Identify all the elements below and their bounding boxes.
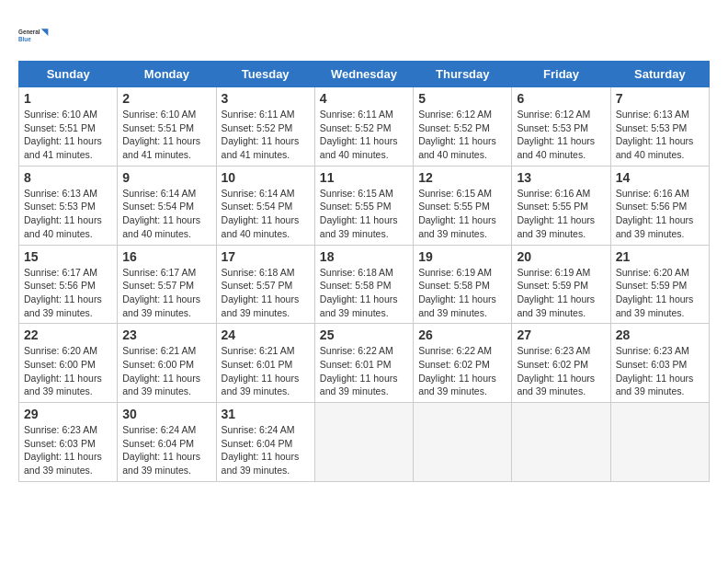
day-info: Sunrise: 6:23 AM Sunset: 6:03 PM Dayligh… [616, 344, 704, 398]
day-number: 23 [122, 327, 210, 342]
calendar-cell [314, 403, 413, 482]
col-header-sunday: Sunday [19, 62, 118, 87]
day-info: Sunrise: 6:15 AM Sunset: 5:55 PM Dayligh… [418, 187, 506, 241]
calendar-cell: 6 Sunrise: 6:12 AM Sunset: 5:53 PM Dayli… [512, 87, 610, 167]
calendar-table: SundayMondayTuesdayWednesdayThursdayFrid… [18, 61, 710, 482]
calendar-cell [610, 403, 709, 482]
day-info: Sunrise: 6:13 AM Sunset: 5:53 PM Dayligh… [24, 187, 112, 241]
calendar-cell: 22 Sunrise: 6:20 AM Sunset: 6:00 PM Dayl… [19, 324, 118, 403]
day-info: Sunrise: 6:16 AM Sunset: 5:55 PM Dayligh… [517, 187, 605, 241]
day-info: Sunrise: 6:19 AM Sunset: 5:59 PM Dayligh… [517, 266, 605, 320]
day-number: 9 [122, 170, 210, 185]
calendar-cell: 9 Sunrise: 6:14 AM Sunset: 5:54 PM Dayli… [118, 166, 216, 245]
day-info: Sunrise: 6:15 AM Sunset: 5:55 PM Dayligh… [320, 187, 408, 241]
day-number: 19 [418, 249, 506, 264]
day-number: 18 [320, 249, 408, 264]
day-number: 27 [517, 327, 605, 342]
calendar-cell: 20 Sunrise: 6:19 AM Sunset: 5:59 PM Dayl… [512, 245, 610, 324]
day-number: 2 [122, 91, 210, 106]
day-number: 12 [418, 170, 506, 185]
day-info: Sunrise: 6:11 AM Sunset: 5:52 PM Dayligh… [320, 108, 408, 162]
day-info: Sunrise: 6:14 AM Sunset: 5:54 PM Dayligh… [122, 187, 210, 241]
svg-text:Blue: Blue [18, 36, 31, 42]
calendar-cell: 28 Sunrise: 6:23 AM Sunset: 6:03 PM Dayl… [610, 324, 709, 403]
calendar-cell: 25 Sunrise: 6:22 AM Sunset: 6:01 PM Dayl… [314, 324, 413, 403]
day-number: 28 [616, 327, 704, 342]
calendar-cell: 4 Sunrise: 6:11 AM Sunset: 5:52 PM Dayli… [314, 87, 413, 167]
day-number: 6 [517, 91, 605, 106]
day-number: 7 [616, 91, 704, 106]
col-header-thursday: Thursday [414, 62, 512, 87]
day-info: Sunrise: 6:16 AM Sunset: 5:56 PM Dayligh… [616, 187, 704, 241]
day-info: Sunrise: 6:17 AM Sunset: 5:56 PM Dayligh… [24, 266, 112, 320]
calendar-cell: 10 Sunrise: 6:14 AM Sunset: 5:54 PM Dayl… [216, 166, 314, 245]
calendar-cell: 17 Sunrise: 6:18 AM Sunset: 5:57 PM Dayl… [216, 245, 314, 324]
calendar-cell: 8 Sunrise: 6:13 AM Sunset: 5:53 PM Dayli… [19, 166, 118, 245]
col-header-saturday: Saturday [610, 62, 709, 87]
col-header-friday: Friday [512, 62, 610, 87]
day-number: 29 [24, 407, 112, 421]
col-header-wednesday: Wednesday [314, 62, 413, 87]
svg-text:General: General [18, 29, 40, 35]
calendar-cell: 3 Sunrise: 6:11 AM Sunset: 5:52 PM Dayli… [216, 87, 314, 167]
day-number: 8 [24, 170, 112, 185]
calendar-cell [512, 403, 610, 482]
calendar-cell: 15 Sunrise: 6:17 AM Sunset: 5:56 PM Dayl… [19, 245, 118, 324]
day-number: 22 [24, 327, 112, 342]
calendar-cell: 29 Sunrise: 6:23 AM Sunset: 6:03 PM Dayl… [19, 403, 118, 482]
day-number: 4 [320, 91, 408, 106]
day-info: Sunrise: 6:22 AM Sunset: 6:01 PM Dayligh… [320, 344, 408, 398]
col-header-tuesday: Tuesday [216, 62, 314, 87]
day-info: Sunrise: 6:17 AM Sunset: 5:57 PM Dayligh… [122, 266, 210, 320]
calendar-cell: 13 Sunrise: 6:16 AM Sunset: 5:55 PM Dayl… [512, 166, 610, 245]
day-number: 13 [517, 170, 605, 185]
day-number: 21 [616, 249, 704, 264]
calendar-cell: 11 Sunrise: 6:15 AM Sunset: 5:55 PM Dayl… [314, 166, 413, 245]
page-header: GeneralBlue [18, 18, 710, 52]
day-number: 15 [24, 249, 112, 264]
day-number: 24 [222, 327, 310, 342]
calendar-cell: 14 Sunrise: 6:16 AM Sunset: 5:56 PM Dayl… [610, 166, 709, 245]
day-info: Sunrise: 6:23 AM Sunset: 6:03 PM Dayligh… [24, 423, 112, 477]
day-info: Sunrise: 6:21 AM Sunset: 6:01 PM Dayligh… [222, 344, 310, 398]
day-info: Sunrise: 6:12 AM Sunset: 5:53 PM Dayligh… [517, 108, 605, 162]
day-number: 16 [122, 249, 210, 264]
calendar-cell: 30 Sunrise: 6:24 AM Sunset: 6:04 PM Dayl… [118, 403, 216, 482]
day-info: Sunrise: 6:10 AM Sunset: 5:51 PM Dayligh… [122, 108, 210, 162]
calendar-cell: 23 Sunrise: 6:21 AM Sunset: 6:00 PM Dayl… [118, 324, 216, 403]
calendar-cell: 26 Sunrise: 6:22 AM Sunset: 6:02 PM Dayl… [414, 324, 512, 403]
calendar-cell [414, 403, 512, 482]
calendar-week-1: 1 Sunrise: 6:10 AM Sunset: 5:51 PM Dayli… [19, 87, 710, 167]
day-info: Sunrise: 6:12 AM Sunset: 5:52 PM Dayligh… [418, 108, 506, 162]
day-number: 31 [222, 407, 310, 421]
calendar-week-5: 29 Sunrise: 6:23 AM Sunset: 6:03 PM Dayl… [19, 403, 710, 482]
day-number: 17 [222, 249, 310, 264]
calendar-cell: 21 Sunrise: 6:20 AM Sunset: 5:59 PM Dayl… [610, 245, 709, 324]
calendar-cell: 19 Sunrise: 6:19 AM Sunset: 5:58 PM Dayl… [414, 245, 512, 324]
calendar-week-2: 8 Sunrise: 6:13 AM Sunset: 5:53 PM Dayli… [19, 166, 710, 245]
day-info: Sunrise: 6:22 AM Sunset: 6:02 PM Dayligh… [418, 344, 506, 398]
day-number: 20 [517, 249, 605, 264]
day-info: Sunrise: 6:18 AM Sunset: 5:57 PM Dayligh… [222, 266, 310, 320]
day-info: Sunrise: 6:18 AM Sunset: 5:58 PM Dayligh… [320, 266, 408, 320]
day-number: 3 [222, 91, 310, 106]
calendar-cell: 7 Sunrise: 6:13 AM Sunset: 5:53 PM Dayli… [610, 87, 709, 167]
calendar-cell: 16 Sunrise: 6:17 AM Sunset: 5:57 PM Dayl… [118, 245, 216, 324]
calendar-cell: 12 Sunrise: 6:15 AM Sunset: 5:55 PM Dayl… [414, 166, 512, 245]
calendar-week-4: 22 Sunrise: 6:20 AM Sunset: 6:00 PM Dayl… [19, 324, 710, 403]
day-number: 25 [320, 327, 408, 342]
day-number: 30 [122, 407, 210, 421]
calendar-cell: 27 Sunrise: 6:23 AM Sunset: 6:02 PM Dayl… [512, 324, 610, 403]
day-info: Sunrise: 6:20 AM Sunset: 5:59 PM Dayligh… [616, 266, 704, 320]
day-info: Sunrise: 6:11 AM Sunset: 5:52 PM Dayligh… [222, 108, 310, 162]
calendar-cell: 2 Sunrise: 6:10 AM Sunset: 5:51 PM Dayli… [118, 87, 216, 167]
day-info: Sunrise: 6:19 AM Sunset: 5:58 PM Dayligh… [418, 266, 506, 320]
day-info: Sunrise: 6:21 AM Sunset: 6:00 PM Dayligh… [122, 344, 210, 398]
calendar-cell: 24 Sunrise: 6:21 AM Sunset: 6:01 PM Dayl… [216, 324, 314, 403]
calendar-week-3: 15 Sunrise: 6:17 AM Sunset: 5:56 PM Dayl… [19, 245, 710, 324]
calendar-cell: 1 Sunrise: 6:10 AM Sunset: 5:51 PM Dayli… [19, 87, 118, 167]
logo: GeneralBlue [18, 18, 51, 52]
day-number: 14 [616, 170, 704, 185]
day-number: 11 [320, 170, 408, 185]
day-info: Sunrise: 6:10 AM Sunset: 5:51 PM Dayligh… [24, 108, 112, 162]
